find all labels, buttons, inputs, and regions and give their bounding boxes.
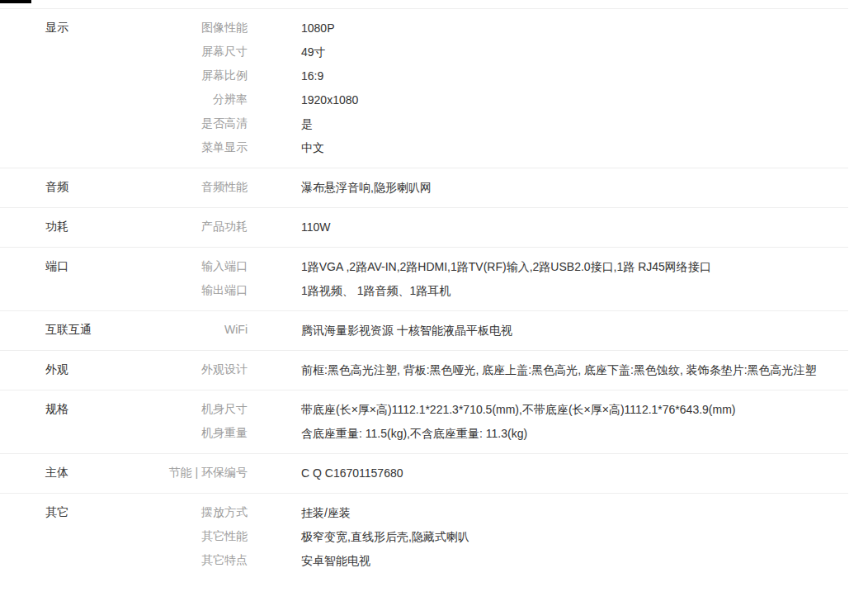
attribute-label: 机身重量 bbox=[116, 421, 248, 445]
category-label: 外观 bbox=[0, 357, 116, 381]
spec-section: 互联互通 WiFi 腾讯海量影视资源 十核智能液晶平板电视 bbox=[0, 310, 848, 350]
spec-row: 输出端口 1路视频、 1路音频、1路耳机 bbox=[116, 278, 848, 302]
attribute-value: 49寸 bbox=[301, 40, 326, 64]
spec-row: 输入端口 1路VGA ,2路AV-IN,2路HDMI,1路TV(RF)输入,2路… bbox=[116, 254, 848, 278]
spec-row: 机身尺寸 带底座(长×厚×高)1112.1*221.3*710.5(mm),不带… bbox=[116, 397, 848, 421]
spec-row: 节能 | 环保编号 C Q C16701157680 bbox=[116, 461, 848, 485]
corner-artifact-bar bbox=[0, 0, 31, 3]
spec-rows: 摆放方式 挂装/座装 其它性能 极窄变宽,直线形后壳,隐藏式喇叭 其它特点 安卓… bbox=[116, 500, 848, 572]
spec-row: 其它性能 极窄变宽,直线形后壳,隐藏式喇叭 bbox=[116, 524, 848, 548]
attribute-value: 1路视频、 1路音频、1路耳机 bbox=[301, 278, 451, 302]
attribute-value: C Q C16701157680 bbox=[301, 461, 403, 485]
category-label: 其它 bbox=[0, 500, 116, 572]
spec-section: 其它 摆放方式 挂装/座装 其它性能 极窄变宽,直线形后壳,隐藏式喇叭 其它特点… bbox=[0, 493, 848, 580]
spec-row: 菜单显示 中文 bbox=[116, 135, 848, 159]
attribute-label: 其它特点 bbox=[116, 548, 248, 572]
spec-row: 产品功耗 110W bbox=[116, 215, 848, 239]
spec-row: 外观设计 前框:黑色高光注塑, 背板:黑色哑光, 底座上盖:黑色高光, 底座下盖… bbox=[116, 357, 848, 381]
category-label: 音频 bbox=[0, 175, 116, 199]
spec-rows: 音频性能 瀑布悬浮音响,隐形喇叭网 bbox=[116, 175, 848, 199]
attribute-value: 1920x1080 bbox=[301, 88, 358, 111]
attribute-label: 菜单显示 bbox=[116, 135, 248, 159]
attribute-label: 产品功耗 bbox=[116, 215, 248, 239]
attribute-label: 是否高清 bbox=[116, 111, 248, 135]
spec-row: WiFi 腾讯海量影视资源 十核智能液晶平板电视 bbox=[116, 318, 848, 342]
spec-rows: 产品功耗 110W bbox=[116, 215, 848, 239]
category-label: 显示 bbox=[0, 16, 116, 159]
spec-section: 主体 节能 | 环保编号 C Q C16701157680 bbox=[0, 453, 848, 493]
spec-row: 屏幕尺寸 49寸 bbox=[116, 40, 848, 64]
spec-row: 摆放方式 挂装/座装 bbox=[116, 500, 848, 524]
spec-section: 显示 图像性能 1080P 屏幕尺寸 49寸 屏幕比例 16:9 分辨率 192… bbox=[0, 8, 848, 168]
attribute-label: WiFi bbox=[116, 318, 248, 342]
spec-rows: 节能 | 环保编号 C Q C16701157680 bbox=[116, 461, 848, 485]
attribute-label: 外观设计 bbox=[116, 357, 248, 381]
spec-section: 规格 机身尺寸 带底座(长×厚×高)1112.1*221.3*710.5(mm)… bbox=[0, 390, 848, 453]
category-label: 规格 bbox=[0, 397, 116, 445]
spec-rows: 输入端口 1路VGA ,2路AV-IN,2路HDMI,1路TV(RF)输入,2路… bbox=[116, 254, 848, 302]
spec-row: 音频性能 瀑布悬浮音响,隐形喇叭网 bbox=[116, 175, 848, 199]
attribute-value: 中文 bbox=[301, 135, 324, 159]
spec-row: 图像性能 1080P bbox=[116, 16, 848, 40]
attribute-label: 屏幕比例 bbox=[116, 64, 248, 88]
spec-rows: 外观设计 前框:黑色高光注塑, 背板:黑色哑光, 底座上盖:黑色高光, 底座下盖… bbox=[116, 357, 848, 381]
attribute-value: 110W bbox=[301, 215, 331, 239]
attribute-label: 分辨率 bbox=[116, 88, 248, 111]
spec-section: 音频 音频性能 瀑布悬浮音响,隐形喇叭网 bbox=[0, 168, 848, 207]
spec-row: 机身重量 含底座重量: 11.5(kg),不含底座重量: 11.3(kg) bbox=[116, 421, 848, 445]
spec-section: 外观 外观设计 前框:黑色高光注塑, 背板:黑色哑光, 底座上盖:黑色高光, 底… bbox=[0, 350, 848, 390]
spec-row: 其它特点 安卓智能电视 bbox=[116, 548, 848, 572]
attribute-label: 音频性能 bbox=[116, 175, 248, 199]
attribute-label: 屏幕尺寸 bbox=[116, 40, 248, 64]
attribute-value: 瀑布悬浮音响,隐形喇叭网 bbox=[301, 175, 432, 199]
attribute-value: 腾讯海量影视资源 十核智能液晶平板电视 bbox=[301, 318, 512, 342]
attribute-value: 极窄变宽,直线形后壳,隐藏式喇叭 bbox=[301, 524, 469, 548]
spec-section: 功耗 产品功耗 110W bbox=[0, 207, 848, 247]
category-label: 互联互通 bbox=[0, 318, 116, 342]
category-label: 功耗 bbox=[0, 215, 116, 239]
spec-rows: 图像性能 1080P 屏幕尺寸 49寸 屏幕比例 16:9 分辨率 1920x1… bbox=[116, 16, 848, 159]
attribute-value: 带底座(长×厚×高)1112.1*221.3*710.5(mm),不带底座(长×… bbox=[301, 397, 736, 421]
attribute-value: 安卓智能电视 bbox=[301, 548, 370, 572]
attribute-label: 节能 | 环保编号 bbox=[116, 461, 248, 485]
spec-section: 端口 输入端口 1路VGA ,2路AV-IN,2路HDMI,1路TV(RF)输入… bbox=[0, 247, 848, 310]
category-label: 主体 bbox=[0, 461, 116, 485]
attribute-label: 图像性能 bbox=[116, 16, 248, 40]
attribute-label: 输出端口 bbox=[116, 278, 248, 302]
attribute-label: 输入端口 bbox=[116, 254, 248, 278]
attribute-value: 1路VGA ,2路AV-IN,2路HDMI,1路TV(RF)输入,2路USB2.… bbox=[301, 254, 711, 278]
attribute-value: 1080P bbox=[301, 16, 334, 40]
spec-rows: 机身尺寸 带底座(长×厚×高)1112.1*221.3*710.5(mm),不带… bbox=[116, 397, 848, 445]
spec-rows: WiFi 腾讯海量影视资源 十核智能液晶平板电视 bbox=[116, 318, 848, 342]
attribute-value: 16:9 bbox=[301, 64, 323, 88]
attribute-label: 其它性能 bbox=[116, 524, 248, 548]
attribute-label: 摆放方式 bbox=[116, 500, 248, 524]
attribute-value: 含底座重量: 11.5(kg),不含底座重量: 11.3(kg) bbox=[301, 421, 527, 445]
spec-row: 是否高清 是 bbox=[116, 111, 848, 135]
spec-row: 屏幕比例 16:9 bbox=[116, 64, 848, 88]
attribute-label: 机身尺寸 bbox=[116, 397, 248, 421]
category-label: 端口 bbox=[0, 254, 116, 302]
spec-row: 分辨率 1920x1080 bbox=[116, 88, 848, 111]
attribute-value: 挂装/座装 bbox=[301, 500, 351, 524]
product-spec-table: 显示 图像性能 1080P 屏幕尺寸 49寸 屏幕比例 16:9 分辨率 192… bbox=[0, 8, 848, 580]
attribute-value: 是 bbox=[301, 111, 313, 135]
attribute-value: 前框:黑色高光注塑, 背板:黑色哑光, 底座上盖:黑色高光, 底座下盖:黑色蚀纹… bbox=[301, 357, 817, 381]
